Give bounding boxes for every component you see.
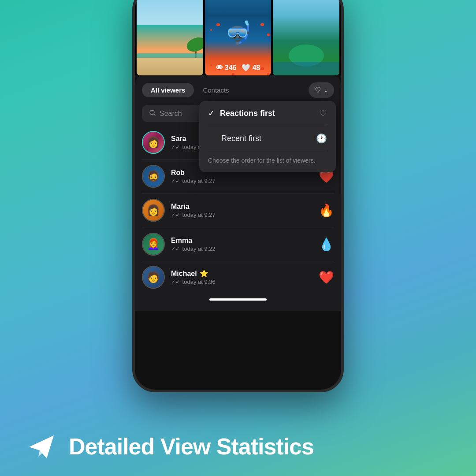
story-thumb-2[interactable]: 🤿 👁 346 🤍 48 — [205, 0, 271, 75]
avatar-emma: 👩‍🦰 — [142, 233, 165, 256]
viewer-name-emma: Emma — [171, 237, 319, 245]
avatar-rob: 🧔 — [142, 165, 165, 188]
reactions-first-label: Reactions first — [220, 109, 319, 118]
bottom-section: Detailed View Statistics — [0, 418, 476, 476]
bottom-title: Detailed View Statistics — [69, 434, 314, 459]
read-check-emma: ✓✓ — [171, 246, 180, 252]
viewer-time-emma: ✓✓ today at 9:22 — [171, 245, 319, 252]
reaction-maria: 🔥 — [319, 203, 334, 218]
viewer-info-maria: Maria ✓✓ today at 9:27 — [171, 203, 319, 218]
viewer-name-michael: Michael ⭐ — [171, 269, 319, 278]
avatar-maria: 👩 — [142, 199, 165, 222]
viewer-item-michael[interactable]: 🧑 Michael ⭐ ✓✓ today at 9:36 ❤️ — [142, 261, 334, 293]
clock-option-icon: 🕐 — [316, 133, 327, 144]
heart-icon: 🤍 — [242, 63, 250, 72]
read-check-michael: ✓✓ — [171, 279, 180, 285]
avatar-michael: 🧑 — [142, 266, 165, 289]
viewer-item-emma[interactable]: 👩‍🦰 Emma ✓✓ today at 9:22 💧 — [142, 227, 334, 261]
story-thumb-3[interactable] — [273, 0, 339, 75]
view-count: 👁 346 — [216, 64, 237, 72]
read-check-sara: ✓✓ — [171, 144, 180, 150]
premium-star-icon: ⭐ — [200, 269, 208, 278]
chevron-down-icon: ⌄ — [324, 87, 328, 93]
phone-mockup: 🤿 👁 346 🤍 48 — [132, 0, 344, 392]
search-placeholder: Search — [160, 110, 182, 118]
search-icon — [149, 109, 156, 118]
viewer-info-emma: Emma ✓✓ today at 9:22 — [171, 237, 319, 252]
heart-option-icon: ♡ — [319, 108, 327, 119]
views-value: 346 — [225, 64, 237, 72]
reaction-emma: 💧 — [319, 237, 334, 252]
sort-option-recent-first[interactable]: Recent first 🕐 — [199, 126, 336, 151]
stories-row: 🤿 👁 346 🤍 48 — [135, 0, 341, 75]
viewer-time-rob: ✓✓ today at 9:27 — [171, 178, 319, 184]
viewer-info-michael: Michael ⭐ ✓✓ today at 9:36 — [171, 269, 319, 285]
story-thumb-1[interactable] — [137, 0, 203, 75]
tab-contacts[interactable]: Contacts — [197, 83, 234, 97]
selected-checkmark: ✓ — [208, 108, 215, 118]
main-panel: All viewers Contacts ♡ ⌄ Search — [135, 75, 341, 311]
viewer-time-michael: ✓✓ today at 9:36 — [171, 279, 319, 285]
recent-first-label: Recent first — [221, 134, 316, 143]
heart-filter-icon: ♡ — [315, 86, 321, 94]
avatar-sara: 👩 — [142, 131, 165, 154]
filter-tabs: All viewers Contacts ♡ ⌄ — [142, 82, 334, 98]
viewer-name-maria: Maria — [171, 203, 319, 211]
story-stats: 👁 346 🤍 48 — [216, 63, 260, 72]
like-count: 🤍 48 — [242, 63, 260, 72]
sort-dropdown: ✓ Reactions first ♡ Recent first 🕐 Choos… — [199, 101, 336, 172]
read-check-rob: ✓✓ — [171, 178, 180, 184]
likes-value: 48 — [252, 64, 260, 72]
home-indicator — [209, 298, 267, 301]
read-check-maria: ✓✓ — [171, 212, 180, 218]
tab-all-viewers[interactable]: All viewers — [142, 83, 194, 97]
viewer-time-maria: ✓✓ today at 9:27 — [171, 212, 319, 218]
filter-sort-button[interactable]: ♡ ⌄ — [309, 82, 334, 98]
viewer-item-maria[interactable]: 👩 Maria ✓✓ today at 9:27 🔥 — [142, 193, 334, 227]
telegram-logo-icon — [26, 431, 58, 463]
reaction-michael: ❤️ — [319, 270, 334, 285]
dropdown-hint-text: Choose the order for the list of viewers… — [199, 151, 336, 172]
eye-icon: 👁 — [216, 64, 223, 72]
sort-option-reactions-first[interactable]: ✓ Reactions first ♡ — [199, 101, 336, 126]
